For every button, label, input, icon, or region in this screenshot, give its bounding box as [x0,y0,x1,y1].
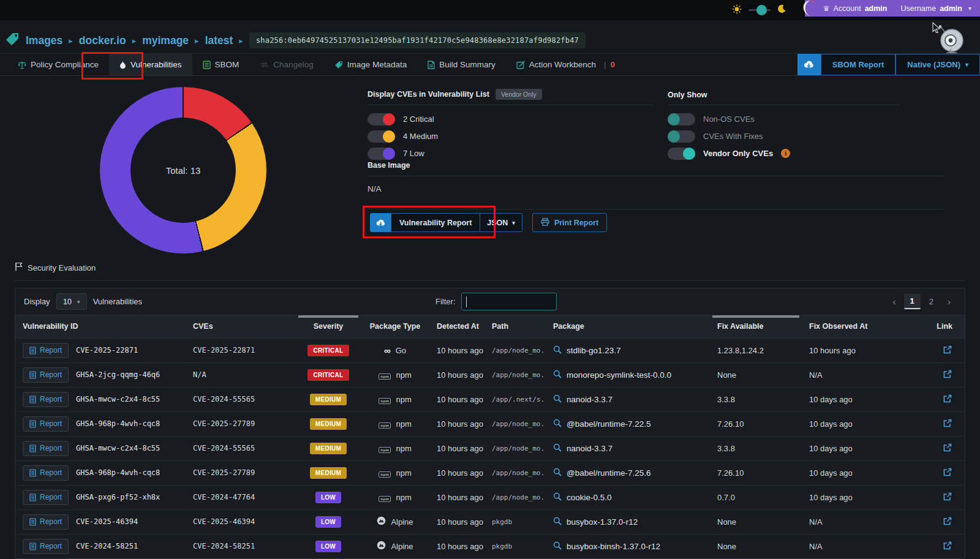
vulnerability-report-format-dropdown[interactable]: JSON ▾ [480,213,522,232]
external-link-icon[interactable] [943,345,952,355]
column-header-detected-at[interactable]: Detected At [429,315,484,338]
sun-icon[interactable] [732,4,742,17]
filter-group: Filter: [435,293,557,310]
only-show-toggle[interactable] [668,130,695,143]
tab-build-summary[interactable]: Build Summary [417,54,506,75]
tab-action-workbench[interactable]: Action Workbench|0 [506,54,625,75]
fix-available: 3.3.8 [710,436,802,460]
vulnerability-id: GHSA-2jcg-qqmg-46q6 [76,370,160,379]
external-link-icon[interactable] [943,492,952,501]
package-link[interactable]: cookie-0.5.0 [553,492,710,503]
chevron-down-icon[interactable]: ▾ [968,5,971,12]
column-header-cves[interactable]: CVEs [186,315,296,338]
page-button-2[interactable]: 2 [923,295,940,309]
severity-legend-label: 4 Medium [403,132,438,141]
severity-toggle[interactable] [368,148,395,160]
report-format-dropdown[interactable]: Native (JSON) ▾ [895,54,980,75]
next-page-button[interactable]: › [942,295,956,308]
account-bar[interactable]: ♛ Account admin Username admin ▾ [805,0,980,17]
breadcrumb-item-images[interactable]: Images [26,34,62,47]
vulnerability-report-download-icon[interactable] [370,213,391,232]
severity-legend-row: 4 Medium [368,130,654,143]
column-header-fix-available[interactable]: Fix Available [710,315,802,338]
tab-changelog[interactable]: Changelog [249,54,323,75]
external-link-icon[interactable] [943,369,952,379]
only-show-label: Non-OS CVEs [703,114,755,124]
table-row: Report GHSA-968p-4wvh-cqc8 CVE-2025-2778… [15,411,965,436]
report-button[interactable]: Report [23,490,69,505]
divider [368,209,943,209]
donut-total-label: Total: 13 [166,165,201,176]
report-button[interactable]: Report [23,539,69,554]
tab-image-metadata[interactable]: Image Metadata [324,54,418,75]
report-button[interactable]: Report [23,416,69,432]
page-size-select[interactable]: 10 ▾ [56,293,87,310]
detected-at: 10 hours ago [429,436,484,460]
column-header-path[interactable]: Path [484,315,546,338]
package-link[interactable]: nanoid-3.3.7 [553,443,710,454]
moon-icon[interactable] [777,4,786,16]
external-link-icon[interactable] [943,443,952,452]
donut-hole: Total: 13 [130,118,236,223]
external-link-icon[interactable] [943,394,952,403]
theme-toggle-slider[interactable] [748,9,771,11]
security-evaluation-link[interactable]: Security Evaluation [15,262,96,273]
package-link[interactable]: busybox-binsh-1.37.0-r12 [553,541,710,552]
column-header-package-type[interactable]: Package Type [361,315,429,338]
only-show-toggle[interactable] [668,113,695,126]
breadcrumb-item-registry[interactable]: docker.io [79,34,126,47]
report-button[interactable]: Report [23,367,69,383]
column-header-package[interactable]: Package [546,315,710,338]
column-header-vulnerability-id[interactable]: Vulnerability ID [15,315,186,338]
filter-input[interactable] [461,293,557,310]
package-link[interactable]: monorepo-symlink-test-0.0.0 [553,370,710,380]
package-type: Alpine [377,541,413,552]
report-button[interactable]: Report [23,514,69,530]
report-button[interactable]: Report [23,465,69,481]
severity-toggle[interactable] [368,113,395,126]
report-button[interactable]: Report [23,343,69,358]
only-show-toggle[interactable] [668,148,695,160]
package-link[interactable]: nanoid-3.3.7 [553,394,710,405]
package-link[interactable]: @babel/runtime-7.25.6 [553,468,710,478]
path: /app/node_mo... [484,460,546,485]
severity-donut-chart[interactable]: Total: 13 [100,87,266,253]
report-button[interactable]: Report [23,392,69,407]
breadcrumb-item-repo[interactable]: myimage [142,34,189,47]
tab-sbom[interactable]: SBOM [192,54,250,75]
column-header-link[interactable]: Link [905,315,965,338]
tab-policy-compliance[interactable]: Policy Compliance [7,54,109,75]
table-row: Report GHSA-mwcw-c2x4-8c55 CVE-2024-5556… [15,387,965,411]
package-type: npmnpm [379,370,411,380]
sbom-report-button[interactable]: SBOM Report [821,54,896,75]
tab-label: Policy Compliance [31,60,99,69]
severity-badge: LOW [315,541,341,552]
external-link-icon[interactable] [943,541,952,550]
package-link[interactable]: busybox-1.37.0-r12 [553,517,710,527]
tab-vulnerabilities[interactable]: Vulnerabilities [109,54,192,75]
page-button-1[interactable]: 1 [904,294,921,309]
breadcrumb-separator-icon: ▸ [239,36,243,45]
sbom-download-button[interactable] [797,54,821,75]
flame-icon [119,61,126,69]
breadcrumb: Images ▸ docker.io ▸ myimage ▸ latest ▸ … [5,32,586,49]
theme-toggle-knob[interactable] [756,5,767,15]
only-show-label: Vendor Only CVEs [703,149,773,158]
external-link-icon[interactable] [943,418,952,428]
severity-toggle[interactable] [368,130,395,143]
column-header-severity[interactable]: Severity [296,315,361,338]
external-link-icon[interactable] [943,516,952,526]
table-row: Report GHSA-968p-4wvh-cqc8 CVE-2025-2778… [15,460,965,485]
external-link-icon[interactable] [943,467,952,477]
breadcrumb-item-tag[interactable]: latest [205,34,233,47]
package-link[interactable]: @babel/runtime-7.22.5 [553,419,710,429]
info-icon[interactable]: i [781,149,790,158]
print-report-button[interactable]: Print Report [532,213,607,232]
vulnerability-report-button[interactable]: Vulnerability Report [391,213,480,232]
report-button[interactable]: Report [23,441,69,456]
prev-page-button[interactable]: ‹ [888,295,902,308]
package-link[interactable]: stdlib-go1.23.7 [553,345,710,356]
go-icon: ∞ [384,345,391,356]
package-type: npmnpm [379,444,411,453]
column-header-fix-observed-at[interactable]: Fix Observed At [802,315,905,338]
